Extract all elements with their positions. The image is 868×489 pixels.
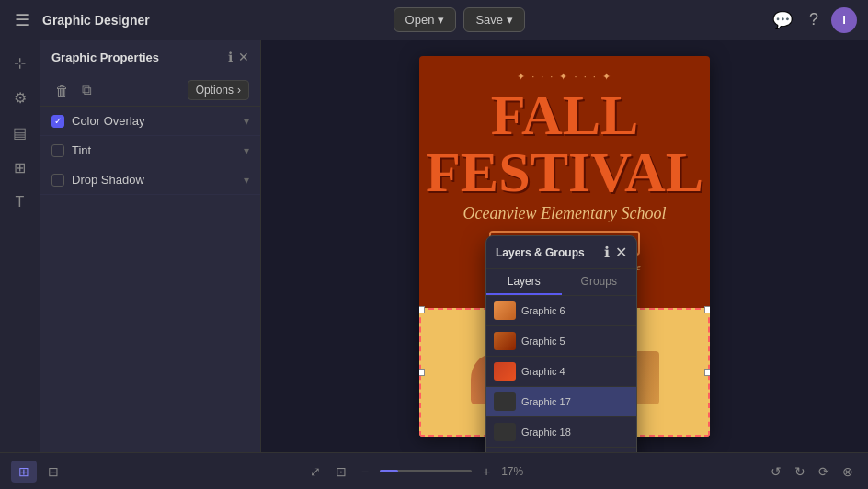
layers-popup-title: Layers & Groups — [496, 246, 585, 259]
poster-decorative-top: ✦ · · · ✦ · · · ✦ — [517, 71, 612, 83]
layer-thumb-graphic18 — [494, 423, 516, 441]
topbar-right: 💬 ? I — [769, 6, 857, 34]
layers-close-icon[interactable]: ✕ — [615, 244, 627, 261]
bottombar: ⊞ ⊟ ⤢ ⊡ − + 17% ↺ ↻ ⟳ ⊗ — [0, 452, 868, 489]
sidebar-layers-icon[interactable]: ▤ — [6, 118, 35, 147]
layer-item-graphic17[interactable]: Graphic 17 — [486, 387, 636, 417]
redo-icon[interactable]: ↻ — [791, 461, 809, 483]
layer-thumb-graphic5 — [494, 332, 516, 350]
poster-title: FALL FESTIVAL — [426, 86, 703, 200]
layer-name-graphic18: Graphic 18 — [521, 426, 571, 438]
bottombar-right: ↺ ↻ ⟳ ⊗ — [767, 461, 857, 483]
drop-shadow-checkbox[interactable] — [51, 174, 64, 187]
delete-button[interactable]: 🗑 — [51, 81, 73, 100]
canvas-area[interactable]: ✦ · · · ✦ · · · ✦ FALL FESTIVAL Oceanvie… — [261, 40, 868, 452]
bottombar-center: ⤢ ⊡ − + 17% — [306, 461, 523, 483]
sidebar-adjust-icon[interactable]: ⚙ — [6, 83, 35, 112]
zoom-out-icon[interactable]: − — [358, 461, 372, 483]
options-button[interactable]: Options › — [188, 80, 249, 100]
tint-checkbox[interactable] — [51, 144, 64, 157]
menu-icon[interactable]: ☰ — [11, 6, 33, 34]
layer-item-graphic6[interactable]: Graphic 6 — [486, 296, 636, 326]
history-icon[interactable]: ⟳ — [815, 461, 833, 483]
topbar: ☰ Graphic Designer Open ▾ Save ▾ 💬 ? I — [0, 0, 868, 40]
main-area: ⊹ ⚙ ▤ ⊞ T Graphic Properties ℹ ✕ 🗑 ⧉ Opt… — [0, 40, 868, 452]
panel-close-icon[interactable]: ✕ — [238, 50, 249, 64]
comment-icon[interactable]: 💬 — [769, 6, 796, 34]
color-overlay-label: Color Overlay — [72, 114, 244, 128]
grid-icon[interactable]: ⊟ — [44, 461, 63, 483]
layers-panel-icon[interactable]: ⊞ — [11, 461, 37, 483]
sidebar-text-icon[interactable]: T — [6, 188, 35, 217]
layers-groups-popup: Layers & Groups ℹ ✕ Layers Groups Graphi… — [485, 235, 637, 452]
layers-info-icon[interactable]: ℹ — [604, 244, 610, 261]
options-label: Options — [196, 84, 234, 97]
layer-item-contact[interactable]: T Contact Oce... — [486, 448, 636, 452]
drop-shadow-row[interactable]: Drop Shadow ▾ — [40, 165, 260, 195]
sidebar-components-icon[interactable]: ⊞ — [6, 153, 35, 182]
panel-info-icon[interactable]: ℹ — [228, 50, 233, 64]
save-label: Save — [475, 13, 503, 27]
layers-popup-icons: ℹ ✕ — [604, 244, 627, 261]
help-icon[interactable]: ? — [805, 6, 822, 33]
undo-icon[interactable]: ↺ — [767, 461, 785, 483]
icon-sidebar: ⊹ ⚙ ▤ ⊞ T — [0, 40, 40, 452]
layer-item-graphic18[interactable]: Graphic 18 — [486, 417, 636, 448]
zoom-in-icon[interactable]: + — [479, 461, 494, 483]
poster-subtitle: Oceanview Elementary School — [463, 204, 667, 223]
bottombar-left: ⊞ ⊟ — [11, 461, 63, 483]
tint-label: Tint — [72, 143, 244, 157]
drop-shadow-expand-icon[interactable]: ▾ — [244, 174, 249, 187]
layer-item-graphic4[interactable]: Graphic 4 — [486, 357, 636, 387]
open-chevron-icon: ▾ — [438, 13, 444, 27]
sidebar-select-icon[interactable]: ⊹ — [6, 48, 35, 77]
tint-expand-icon[interactable]: ▾ — [244, 144, 249, 157]
layer-name-graphic5: Graphic 5 — [521, 335, 565, 347]
layer-name-graphic4: Graphic 4 — [521, 366, 565, 377]
layer-name-graphic17: Graphic 17 — [521, 396, 571, 407]
panel-title: Graphic Properties — [51, 51, 159, 64]
zoom-slider[interactable] — [380, 470, 472, 472]
drop-shadow-label: Drop Shadow — [72, 173, 244, 187]
panel-actions: 🗑 ⧉ Options › — [40, 74, 260, 107]
zoom-slider-fill — [380, 470, 398, 472]
properties-panel: Graphic Properties ℹ ✕ 🗑 ⧉ Options › Col… — [40, 40, 261, 452]
topbar-left: ☰ Graphic Designer — [11, 6, 150, 34]
color-overlay-expand-icon[interactable]: ▾ — [244, 115, 249, 128]
color-overlay-row[interactable]: Color Overlay ▾ — [40, 107, 260, 136]
tint-row[interactable]: Tint ▾ — [40, 136, 260, 165]
open-button[interactable]: Open ▾ — [394, 7, 457, 32]
layers-tabs: Layers Groups — [486, 269, 636, 296]
transform-icon[interactable]: ⊡ — [332, 461, 350, 483]
reset-icon[interactable]: ⊗ — [839, 461, 857, 483]
fit-icon[interactable]: ⤢ — [306, 461, 325, 483]
save-button[interactable]: Save ▾ — [463, 7, 525, 32]
layer-thumb-graphic4 — [494, 362, 516, 381]
open-label: Open — [405, 13, 435, 27]
save-chevron-icon: ▾ — [507, 13, 513, 27]
topbar-center: Open ▾ Save ▾ — [394, 7, 525, 32]
avatar[interactable]: I — [831, 7, 857, 33]
options-chevron-icon: › — [237, 84, 241, 97]
layer-thumb-graphic17 — [494, 392, 516, 411]
panel-header-icons: ℹ ✕ — [228, 50, 249, 64]
duplicate-button[interactable]: ⧉ — [78, 80, 96, 100]
panel-header: Graphic Properties ℹ ✕ — [40, 40, 260, 74]
tab-layers[interactable]: Layers — [486, 269, 562, 295]
layer-item-graphic5[interactable]: Graphic 5 — [486, 326, 636, 357]
color-overlay-checkbox[interactable] — [51, 115, 64, 128]
layer-name-graphic6: Graphic 6 — [521, 305, 565, 316]
layers-list: Graphic 6 Graphic 5 Graphic 4 Graphic 17… — [486, 296, 636, 452]
zoom-level: 17% — [501, 465, 523, 478]
poster-title-line2: FESTIVAL — [426, 143, 703, 200]
layers-popup-header: Layers & Groups ℹ ✕ — [486, 236, 636, 269]
app-title: Graphic Designer — [42, 13, 150, 28]
poster-title-line1: FALL — [426, 86, 703, 143]
layer-thumb-graphic6 — [494, 301, 516, 320]
tab-groups[interactable]: Groups — [562, 269, 637, 295]
